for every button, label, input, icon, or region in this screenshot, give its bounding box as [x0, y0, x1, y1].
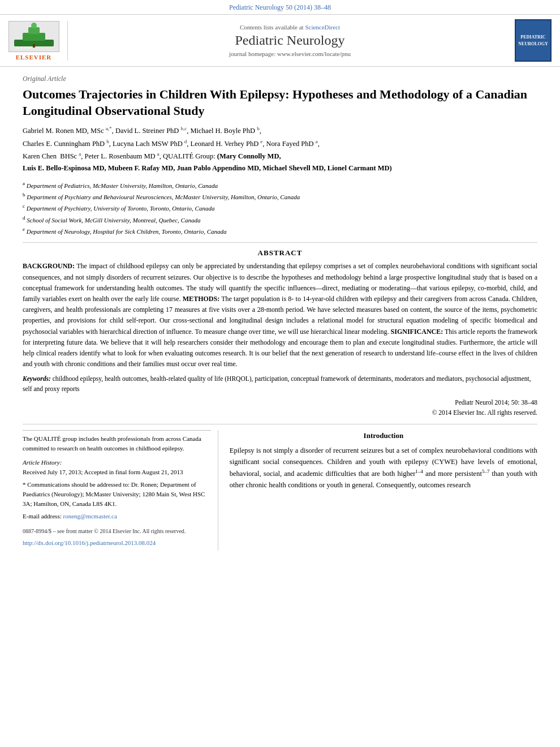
abstract-title: ABSTRACT	[23, 248, 537, 257]
homepage-line: journal homepage: www.elsevier.com/locat…	[74, 50, 506, 57]
affil-b: b Department of Psychiatry and Behaviour…	[23, 191, 537, 202]
methods-label: METHODS:	[183, 295, 219, 303]
intro-text-middle: and more persistent	[423, 470, 482, 478]
journal-citation-bar: Pediatric Neurology 50 (2014) 38–48	[0, 0, 560, 14]
main-content: Original Article Outcomes Trajectories i…	[0, 67, 560, 556]
citation-line2: © 2014 Elsevier Inc. All rights reserved…	[23, 407, 537, 418]
intro-paragraph: Epilepsy is not simply a disorder of rec…	[230, 445, 537, 491]
correspondence-note: * Communications should be addressed to:…	[23, 480, 211, 509]
journal-center-block: Contents lists available at ScienceDirec…	[74, 24, 506, 57]
significance-label: SIGNIFICANCE:	[391, 328, 443, 336]
keywords-label: Keywords:	[23, 375, 51, 382]
footnote-qualite: The QUALITÉ group includes health profes…	[23, 430, 211, 453]
svg-rect-4	[33, 44, 35, 48]
two-column-section: The QUALITÉ group includes health profes…	[23, 430, 537, 551]
elsevier-logo-block: ELSEVIER ELSEVIER	[6, 21, 68, 61]
affiliations-block: a Department of Pediatrics, McMaster Uni…	[23, 179, 537, 243]
keywords-block: Keywords: childhood epilepsy, health out…	[23, 374, 537, 394]
ref-1-4: 1–4	[415, 469, 423, 474]
affil-a: a Department of Pediatrics, McMaster Uni…	[23, 179, 537, 191]
issn-line: 0887-8994/$ – see front matter © 2014 El…	[23, 527, 211, 536]
left-column: The QUALITÉ group includes health profes…	[23, 430, 218, 551]
elsevier-label: ELSEVIER	[16, 54, 52, 61]
abstract-section: ABSTRACT BACKGROUND: The impact of child…	[23, 248, 537, 418]
article-history-label: Article History: Received July 17, 2013;…	[23, 458, 211, 477]
authors-block: Gabriel M. Ronen MD, MSc a,*, David L. S…	[23, 124, 537, 174]
doi-line: http://dx.doi.org/10.1016/j.pediatrneuro…	[23, 538, 211, 548]
abstract-text: BACKGROUND: The impact of childhood epil…	[23, 261, 537, 370]
history-text: Received July 17, 2013; Accepted in fina…	[23, 469, 183, 475]
ref-5-7: 5–7	[482, 469, 490, 474]
citation-line1: Pediatr Neurol 2014; 50: 38–48	[23, 397, 537, 407]
intro-title: Introduction	[230, 430, 537, 442]
email-address[interactable]: roneng@mcmaster.ca	[63, 513, 117, 520]
svg-text:ELSEVIER: ELSEVIER	[15, 46, 31, 49]
affil-c: c Department of Psychiatry, University o…	[23, 202, 537, 213]
svg-rect-1	[23, 33, 45, 41]
citation-block: Pediatr Neurol 2014; 50: 38–48 © 2014 El…	[23, 397, 537, 418]
article-type: Original Article	[23, 72, 537, 83]
journal-title: Pediatric Neurology	[74, 33, 506, 48]
article-title: Outcomes Trajectories in Children With E…	[23, 87, 537, 119]
doi-link[interactable]: http://dx.doi.org/10.1016/j.pediatrneuro…	[23, 539, 156, 546]
history-label-text: Article History:	[23, 459, 62, 466]
journal-logo-right: PEDIATRIC NEUROLOGY	[512, 19, 554, 62]
journal-header: ELSEVIER ELSEVIER Contents lists availab…	[0, 14, 560, 67]
section-divider	[23, 424, 537, 424]
email-label: E-mail address:	[23, 513, 63, 520]
right-column: Introduction Epilepsy is not simply a di…	[230, 430, 537, 551]
contents-line: Contents lists available at ScienceDirec…	[74, 24, 506, 31]
keywords-text: childhood epilepsy, health outcomes, hea…	[23, 375, 531, 392]
qualite-note: The QUALITÉ group includes health profes…	[23, 434, 211, 453]
affil-d: d School of Social Work, McGill Universi…	[23, 214, 537, 225]
journal-citation-text: Pediatric Neurology 50 (2014) 38–48	[229, 3, 331, 11]
background-label: BACKGROUND:	[23, 262, 75, 270]
elsevier-logo-image: ELSEVIER	[8, 21, 59, 52]
email-line: E-mail address: roneng@mcmaster.ca	[23, 512, 211, 521]
pn-logo: PEDIATRIC NEUROLOGY	[515, 19, 552, 62]
affil-e: e Department of Neurology, Hospital for …	[23, 225, 537, 237]
svg-point-3	[31, 23, 37, 28]
